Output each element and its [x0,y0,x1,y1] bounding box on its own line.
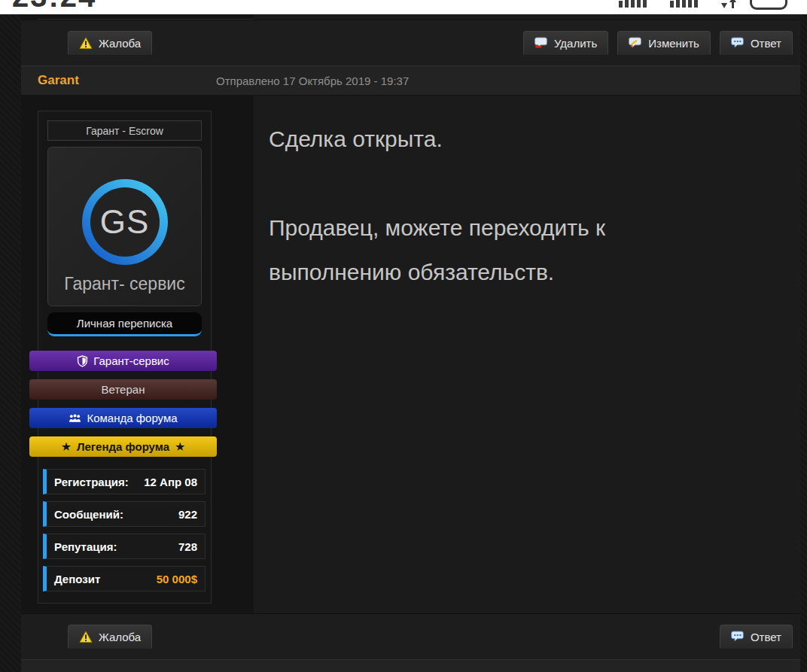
avatar-caption: Гарант- сервис [64,274,184,294]
delete-bubble-icon [534,37,548,49]
stat-reputation: Репутация: 728 [43,534,206,559]
reply-button[interactable]: Ответ [720,625,793,649]
post-header: Garant Отправлено 17 Октябрь 2019 - 19:3… [21,65,800,96]
badge-veteran: Ветеран [29,379,217,400]
post-date: Отправлено 17 Октябрь 2019 - 19:37 [216,74,409,87]
signal-bars-icon [670,0,698,8]
battery-icon [750,0,787,10]
signal-bars-icon [619,0,647,8]
status-bar: 23:24 [0,0,807,14]
next-post-header [21,659,800,672]
warning-icon [79,631,93,643]
badge-list: Гарант-сервис Ветеран [29,351,217,457]
badge-forum-team: Команда форума [29,408,217,428]
author-profile-box: Гарант - Escrow GS Гарант- сервис Личная… [38,111,212,604]
stat-deposit: Депозит 50 000$ [43,566,206,591]
private-message-button[interactable]: Личная переписка [47,312,202,336]
avatar-logo-ring: GS [82,179,168,265]
report-button[interactable]: Жалоба [68,625,152,649]
previous-post-footer: Жалоба Удалить Изменить [21,20,800,65]
reply-button[interactable]: Ответ [720,31,793,56]
stat-posts: Сообщений: 922 [43,501,206,527]
report-button[interactable]: Жалоба [68,31,152,56]
people-icon [69,413,81,424]
previous-post-bottom [21,14,800,20]
reply-bubble-icon [731,631,745,643]
delete-button[interactable]: Удалить [523,31,608,56]
edit-bubble-icon [629,37,642,49]
post-message-line: Продавец, можете переходить к выполнению… [269,205,735,294]
post-body: Гарант - Escrow GS Гарант- сервис Личная… [21,96,800,613]
data-arrows-icon [720,0,739,11]
star-icon: ★ [61,441,72,453]
avatar-initials: GS [90,187,160,257]
avatar[interactable]: GS Гарант- сервис [47,147,202,306]
author-stats: Регистрация: 12 Апр 08 Сообщений: 922 Ре… [43,469,206,591]
reply-bubble-icon [731,37,745,49]
badge-garant-service: Гарант-сервис [29,351,217,371]
star-icon: ★ [175,441,185,453]
clock: 23:24 [12,0,96,14]
post-content: Сделка открыта. Продавец, можете переход… [254,96,800,613]
post-footer: Жалоба Ответ [21,613,800,659]
post-message-line: Сделка открыта. [269,117,735,161]
author-sidebar: Гарант - Escrow GS Гарант- сервис Личная… [21,96,254,613]
post-author-link[interactable]: Garant [38,73,216,88]
author-group-title: Гарант - Escrow [47,120,202,141]
forum-page: Жалоба Удалить Изменить [21,14,800,672]
stat-registration: Регистрация: 12 Апр 08 [43,469,206,494]
warning-icon [79,37,93,50]
badge-forum-legend: ★ Легенда форума ★ [29,436,217,457]
edit-button[interactable]: Изменить [617,31,711,56]
shield-icon [77,355,88,367]
